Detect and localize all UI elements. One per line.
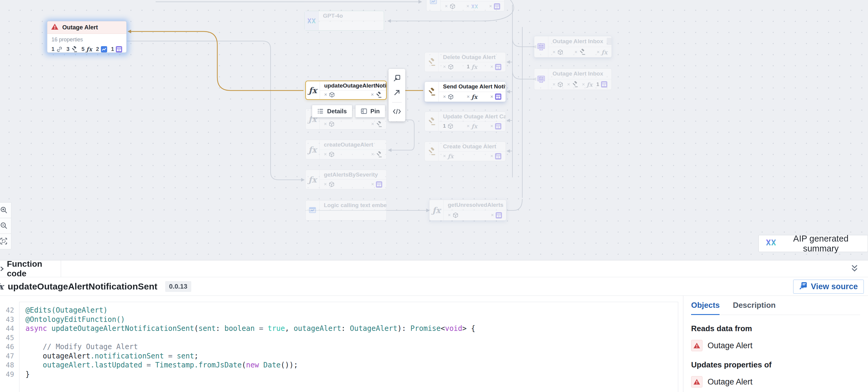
objects-panel-tabs: Objects Description (691, 296, 860, 315)
code-line: @Edits(OutageAlert) (26, 306, 678, 315)
code-line: @OntologyEditFunction() (26, 315, 678, 324)
code-line: outageAlert.lastUpdated = Timestamp.from… (26, 361, 678, 370)
code-editor[interactable]: 4243444546474849 @Edits(OutageAlert)@Ont… (0, 296, 683, 392)
aip-logo-icon (766, 239, 776, 248)
code-line: // Modify Outage Alert (26, 342, 678, 352)
line-number: 45 (0, 333, 19, 342)
zoom-to-fit-icon (0, 237, 7, 246)
objects-panel: Objects Description Reads data fromOutag… (683, 296, 868, 392)
object-link-label: Outage Alert (708, 341, 752, 351)
code-content[interactable]: @Edits(OutageAlert)@OntologyEditFunction… (19, 302, 678, 392)
warning-icon (691, 340, 703, 351)
tab-objects[interactable]: Objects (691, 301, 719, 315)
view-source-button[interactable]: View source (793, 280, 864, 294)
line-number-gutter: 4243444546474849 (0, 306, 19, 379)
aip-summary-label: AIP generated summary (781, 234, 861, 254)
function-header: ƒx updateOutageAlertNotificationSent 0.0… (0, 278, 868, 296)
view-code-button[interactable] (389, 105, 405, 119)
objects-section: Reads data fromOutage Alert (691, 324, 860, 351)
zoom-to-fit-button[interactable] (0, 233, 11, 249)
code-line (26, 333, 678, 342)
warning-icon (691, 376, 703, 388)
list-icon (317, 108, 324, 114)
node-hover-toolbar (389, 69, 405, 121)
line-number: 48 (0, 361, 19, 370)
view-source-icon (799, 281, 808, 292)
details-button[interactable]: Details (312, 105, 352, 117)
zoom-controls (0, 202, 11, 249)
details-button-label: Details (327, 108, 347, 115)
zoom-out-button[interactable] (0, 218, 11, 234)
zoom-out-icon (0, 222, 7, 230)
open-in-panel-icon (393, 74, 401, 83)
line-number: 46 (0, 342, 19, 352)
code-line: } (26, 370, 678, 379)
line-number: 44 (0, 324, 19, 333)
section-heading: Reads data from (691, 324, 860, 333)
tab-description[interactable]: Description (733, 301, 776, 315)
object-link-outage-alert[interactable]: Outage Alert (691, 376, 860, 388)
version-badge: 0.0.13 (165, 281, 191, 292)
line-number: 49 (0, 370, 19, 379)
function-code-bar: Function code (0, 260, 868, 277)
collapse-panel-button[interactable] (848, 263, 861, 274)
view-source-label: View source (811, 282, 858, 291)
code-line: outageAlert.notificationSent = sent; (26, 352, 678, 361)
pin-button[interactable]: Pin (355, 105, 385, 117)
double-chevron-down-icon (850, 264, 859, 274)
objects-section: Updates properties ofOutage Alert (691, 360, 860, 388)
open-in-panel-button[interactable] (389, 71, 405, 86)
function-icon: ƒx (0, 282, 4, 291)
code-icon (393, 108, 401, 116)
function-name: updateOutageAlertNotificationSent (8, 281, 157, 291)
line-number: 42 (0, 306, 19, 315)
zoom-in-button[interactable] (0, 202, 11, 218)
zoom-in-icon (0, 206, 7, 215)
code-line: async updateOutageAlertNotificationSent(… (26, 324, 678, 333)
line-number: 47 (0, 352, 19, 361)
pin-panel-icon (361, 108, 367, 114)
graph-canvas[interactable]: Outage Alert16 properties135ƒx21GPT-4o××… (0, 0, 868, 260)
pin-button-label: Pin (371, 108, 380, 115)
function-code-tab-label: Function code (7, 259, 61, 278)
line-number: 43 (0, 315, 19, 324)
section-heading: Updates properties of (691, 360, 860, 369)
open-external-button[interactable] (389, 86, 405, 100)
toolbar-divider (392, 102, 402, 103)
object-link-label: Outage Alert (708, 377, 752, 387)
aip-generated-summary-button[interactable]: AIP generated summary (758, 235, 868, 252)
object-link-outage-alert[interactable]: Outage Alert (691, 340, 860, 351)
function-detail-panel: 4243444546474849 @Edits(OutageAlert)@Ont… (0, 296, 868, 392)
open-external-icon (393, 89, 401, 97)
function-code-tab[interactable]: Function code (0, 260, 61, 277)
chevron-right-icon (0, 265, 4, 272)
node-action-buttons: Details Pin (312, 105, 385, 117)
